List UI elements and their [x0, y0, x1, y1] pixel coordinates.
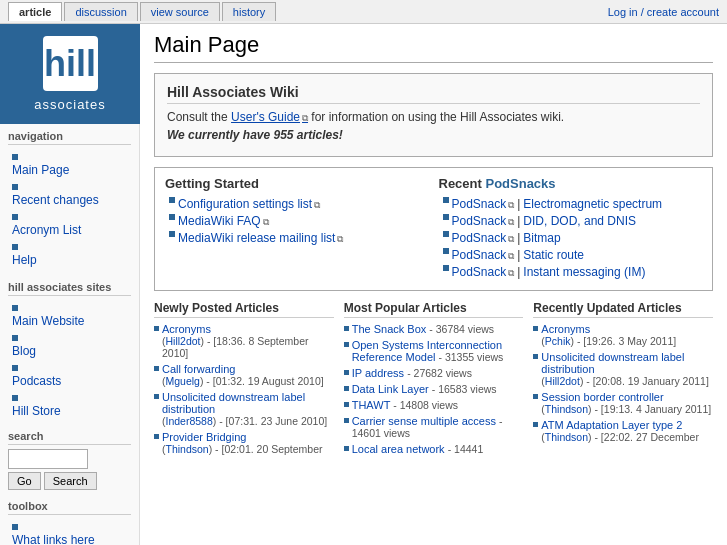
gs-item-mediawiki-faq[interactable]: MediaWiki FAQ [169, 214, 429, 228]
content-area: Main Page Hill Associates Wiki Consult t… [140, 24, 727, 545]
ru-link-2[interactable]: Unsolicited downstream label distributio… [541, 351, 684, 375]
ru-meta-3: (Thindson) - [19:13. 4 January 2011] [541, 403, 711, 415]
podsnacks-colored: PodSnacks [485, 176, 555, 191]
sidebar: hill associates navigation Main Page Rec… [0, 24, 140, 545]
users-guide-link[interactable]: User's Guide [231, 110, 308, 124]
nav-item-acronym-list[interactable]: Acronym List [12, 209, 131, 237]
mp-item-1: The Snack Box - 36784 views [344, 323, 524, 335]
nav-item-help[interactable]: Help [12, 239, 131, 267]
mp-link-6[interactable]: Carrier sense multiple access [352, 415, 496, 427]
nav-item-recent-changes[interactable]: Recent changes [12, 179, 131, 207]
navigation-section: navigation Main Page Recent changes Acro… [0, 124, 139, 275]
newly-posted-heading: Newly Posted Articles [154, 301, 334, 318]
sites-title: hill associates sites [8, 281, 131, 296]
three-col-section: Newly Posted Articles Acronyms (Hill2dot… [154, 301, 713, 459]
two-col-section: Getting Started Configuration settings l… [154, 167, 713, 291]
mp-link-3[interactable]: IP address [352, 367, 404, 379]
ru-link-1[interactable]: Acronyms [541, 323, 590, 335]
ps-item-1[interactable]: PodSnack | Electromagnetic spectrum [443, 197, 703, 211]
most-popular-list: The Snack Box - 36784 views Open Systems… [344, 323, 524, 455]
ru-item-3: Session border controller (Thindson) - [… [533, 391, 713, 415]
tabs: article discussion view source history [8, 2, 276, 21]
mp-item-2: Open Systems Interconnection Reference M… [344, 339, 524, 363]
most-popular-heading: Most Popular Articles [344, 301, 524, 318]
toolbox-title: toolbox [8, 500, 131, 515]
np-meta-1: (Hill2dot) - [18:36. 8 September 2010] [162, 335, 309, 359]
site-item-hill-store[interactable]: Hill Store [12, 390, 131, 418]
np-link-4[interactable]: Provider Bridging [162, 431, 246, 443]
navigation-title: navigation [8, 130, 131, 145]
login-link[interactable]: Log in / create account [608, 6, 719, 18]
np-meta-4: (Thindson) - [02:01. 20 September [162, 443, 323, 455]
ru-link-3[interactable]: Session border controller [541, 391, 663, 403]
wiki-intro-heading: Hill Associates Wiki [167, 84, 700, 104]
recently-updated-col: Recently Updated Articles Acronyms (Pchi… [533, 301, 713, 459]
recent-podsnacks-section: Recent PodSnacks PodSnack | Electromagne… [439, 176, 703, 282]
np-link-2[interactable]: Call forwarding [162, 363, 235, 375]
mp-link-4[interactable]: Data Link Layer [352, 383, 429, 395]
newly-posted-col: Newly Posted Articles Acronyms (Hill2dot… [154, 301, 334, 459]
tab-history[interactable]: history [222, 2, 276, 21]
sites-list: Main Website Blog Podcasts Hill Store [8, 300, 131, 418]
np-meta-3: (Inder8588) - [07:31. 23 June 2010] [162, 415, 327, 427]
mp-link-7[interactable]: Local area network [352, 443, 445, 455]
mp-item-4: Data Link Layer - 16583 views [344, 383, 524, 395]
tab-discussion[interactable]: discussion [64, 2, 137, 21]
site-item-blog[interactable]: Blog [12, 330, 131, 358]
logo-area: hill associates [0, 24, 140, 124]
most-popular-col: Most Popular Articles The Snack Box - 36… [344, 301, 524, 459]
logo-text: hill [43, 36, 98, 91]
tab-article[interactable]: article [8, 2, 62, 21]
ru-meta-1: (Pchik) - [19:26. 3 May 2011] [541, 335, 676, 347]
getting-started-section: Getting Started Configuration settings l… [165, 176, 429, 282]
recently-updated-heading: Recently Updated Articles [533, 301, 713, 318]
topbar: article discussion view source history L… [0, 0, 727, 24]
gs-item-mediawiki-mailing[interactable]: MediaWiki release mailing list [169, 231, 429, 245]
mp-link-1[interactable]: The Snack Box [352, 323, 427, 335]
ru-meta-2: (Hill2dot) - [20:08. 19 January 2011] [541, 375, 709, 387]
recently-updated-list: Acronyms (Pchik) - [19:26. 3 May 2011] U… [533, 323, 713, 443]
ps-item-4[interactable]: PodSnack | Static route [443, 248, 703, 262]
sites-section: hill associates sites Main Website Blog … [0, 275, 139, 426]
ru-item-4: ATM Adaptation Layer type 2 (Thindson) -… [533, 419, 713, 443]
mp-item-5: THAWT - 14808 views [344, 399, 524, 411]
navigation-list: Main Page Recent changes Acronym List He… [8, 149, 131, 267]
wiki-intro-count: We currently have 955 articles! [167, 128, 700, 142]
go-button[interactable]: Go [8, 472, 41, 490]
wiki-intro: Hill Associates Wiki Consult the User's … [154, 73, 713, 157]
getting-started-heading: Getting Started [165, 176, 429, 191]
search-section: search Go Search [0, 426, 139, 494]
toolbox-section: toolbox What links here Related changes … [0, 494, 139, 545]
podsnacks-list: PodSnack | Electromagnetic spectrum PodS… [439, 197, 703, 279]
ps-item-3[interactable]: PodSnack | Bitmap [443, 231, 703, 245]
np-item-3: Unsolicited downstream label distributio… [154, 391, 334, 427]
toolbox-what-links[interactable]: What links here [12, 519, 131, 545]
search-button[interactable]: Search [44, 472, 97, 490]
ru-meta-4: (Thindson) - [22:02. 27 December [541, 431, 699, 443]
ps-item-5[interactable]: PodSnack | Instant messaging (IM) [443, 265, 703, 279]
tab-view-source[interactable]: view source [140, 2, 220, 21]
site-item-main-website[interactable]: Main Website [12, 300, 131, 328]
mp-link-5[interactable]: THAWT [352, 399, 391, 411]
ru-item-2: Unsolicited downstream label distributio… [533, 351, 713, 387]
mp-item-3: IP address - 27682 views [344, 367, 524, 379]
ps-item-2[interactable]: PodSnack | DID, DOD, and DNIS [443, 214, 703, 228]
gs-item-config[interactable]: Configuration settings list [169, 197, 429, 211]
np-link-1[interactable]: Acronyms [162, 323, 211, 335]
np-link-3[interactable]: Unsolicited downstream label distributio… [162, 391, 305, 415]
np-item-4: Provider Bridging (Thindson) - [02:01. 2… [154, 431, 334, 455]
mp-item-6: Carrier sense multiple access - 14601 vi… [344, 415, 524, 439]
np-item-2: Call forwarding (Mguelg) - [01:32. 19 Au… [154, 363, 334, 387]
wiki-intro-body: Consult the User's Guide for information… [167, 110, 700, 124]
np-item-1: Acronyms (Hill2dot) - [18:36. 8 Septembe… [154, 323, 334, 359]
mp-item-7: Local area network - 14441 [344, 443, 524, 455]
newly-posted-list: Acronyms (Hill2dot) - [18:36. 8 Septembe… [154, 323, 334, 455]
ru-link-4[interactable]: ATM Adaptation Layer type 2 [541, 419, 682, 431]
search-title: search [8, 430, 131, 445]
search-input[interactable] [8, 449, 88, 469]
toolbox-list: What links here Related changes Upload f… [8, 519, 131, 545]
nav-item-main-page[interactable]: Main Page [12, 149, 131, 177]
getting-started-list: Configuration settings list MediaWiki FA… [165, 197, 429, 245]
site-item-podcasts[interactable]: Podcasts [12, 360, 131, 388]
np-meta-2: (Mguelg) - [01:32. 19 August 2010] [162, 375, 324, 387]
